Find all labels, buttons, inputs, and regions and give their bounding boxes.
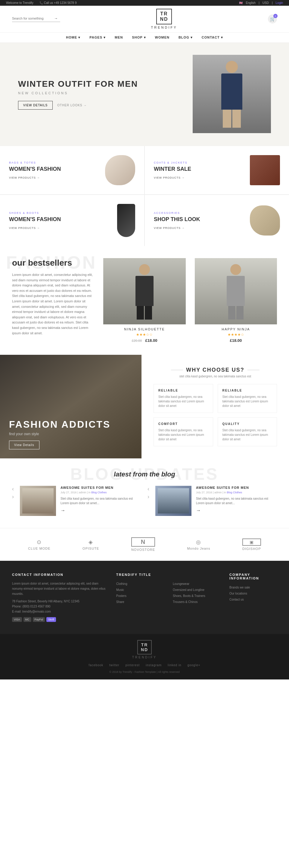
blog-post-1-category[interactable]: Blog Clothes bbox=[91, 491, 106, 494]
hero-other-looks-btn[interactable]: OTHER LOOKS → bbox=[57, 103, 87, 107]
blog-prev-2[interactable]: ‹ bbox=[148, 486, 149, 492]
fashion-addicts-section: FASHION ADDICTS find your own style View… bbox=[0, 355, 289, 458]
why-choose-title: WHY CHOOSE US? bbox=[186, 367, 245, 373]
footer-social-pinterest[interactable]: pinterest bbox=[126, 663, 140, 667]
category-bags-link[interactable]: VIEW PRODUCTS → bbox=[9, 176, 61, 179]
category-accessories: ACCESSORIES SHOP THIS LOOK VIEW PRODUCTS… bbox=[145, 195, 289, 246]
blog-prev-1[interactable]: ‹ bbox=[12, 486, 14, 492]
footer-link-share[interactable]: Share bbox=[116, 599, 164, 605]
search-bar[interactable]: → bbox=[12, 16, 60, 22]
footer-link-music[interactable]: Music bbox=[116, 587, 164, 593]
main-nav: HOME ▾ PAGES ▾ MEN SHOP ▾ WOMEN BLOG ▾ C… bbox=[0, 33, 289, 43]
category-accessories-text: ACCESSORIES SHOP THIS LOOK VIEW PRODUCTS… bbox=[154, 211, 200, 229]
mondojeans-icon: ◎ bbox=[187, 539, 210, 546]
footer-link-brands[interactable]: Brands we sale bbox=[229, 585, 277, 591]
hero-title: WINTER OUTFIT FOR MEN bbox=[18, 79, 144, 89]
category-accessories-link[interactable]: VIEW PRODUCTS → bbox=[154, 226, 200, 229]
nav-blog[interactable]: BLOG ▾ bbox=[179, 35, 193, 39]
phone-info: 📞 Call us +49 1234 5678 9 bbox=[39, 1, 77, 4]
product-price-1: £20.00 £18.00 bbox=[103, 338, 186, 343]
category-bags-img bbox=[105, 155, 135, 185]
blog-next-1[interactable]: › bbox=[12, 494, 14, 500]
footer-link-loungewear[interactable]: Loungewear bbox=[173, 581, 220, 587]
footer-link-shoes[interactable]: Shoes, Boots & Trainers bbox=[173, 593, 220, 599]
category-coats-title: WINTER SALE bbox=[154, 166, 191, 173]
hero-buttons: VIEW DETAILS OTHER LOOKS → bbox=[18, 101, 144, 110]
payment-skrill: Skrill bbox=[46, 617, 56, 622]
category-shoes-img bbox=[117, 204, 135, 237]
logo: TRND TRENDIFY bbox=[151, 9, 177, 29]
top-bar: Welcome to Trendify 📞 Call us +49 1234 5… bbox=[0, 0, 289, 6]
why-item-1: RELIABLE Stet clita kasd gubergren, no s… bbox=[154, 384, 213, 413]
nav-women[interactable]: WOMEN bbox=[155, 35, 169, 39]
search-input[interactable] bbox=[12, 17, 54, 20]
blog-post-2-category[interactable]: Blog Clothes bbox=[227, 491, 242, 494]
category-coats-link[interactable]: VIEW PRODUCTS → bbox=[154, 176, 191, 179]
product-name-1: NINJA SILHOUETTE bbox=[103, 328, 186, 331]
why-item-3-text: Stet clita kasd gubergren, no sea takima… bbox=[158, 428, 208, 441]
fashion-addicts-title: FASHION ADDICTS bbox=[9, 419, 132, 430]
blog-post-2-meta: July 27, 2016 | admin | in Blog Clothes bbox=[196, 491, 277, 494]
cart-badge: 0 bbox=[274, 14, 278, 18]
fashion-addicts-banner: FASHION ADDICTS find your own style View… bbox=[0, 355, 141, 458]
hero-view-details-btn[interactable]: VIEW DETAILS bbox=[18, 101, 53, 110]
footer-link-locations[interactable]: Our locations bbox=[229, 591, 277, 597]
cart-icon[interactable]: 🛒 0 bbox=[268, 14, 277, 24]
nav-home[interactable]: HOME ▾ bbox=[66, 35, 81, 39]
footer-social-twitter[interactable]: twitter bbox=[109, 663, 120, 667]
why-item-4-title: QUALITY bbox=[222, 422, 272, 426]
partner-novostore: N NOVOSTORE bbox=[131, 537, 155, 552]
footer-logo-text: TRENDIFY bbox=[132, 656, 157, 659]
footer-social-googleplus[interactable]: google+ bbox=[188, 663, 200, 667]
why-grid: RELIABLE Stet clita kasd gubergren, no s… bbox=[154, 384, 277, 446]
hero-section: WINTER OUTFIT FOR MEN NEW COLLECTIONS VI… bbox=[0, 43, 289, 146]
payment-icons: VISA MC PayPal Skrill bbox=[12, 617, 107, 622]
footer-contact-title: CONTACT INFORMATION bbox=[12, 573, 107, 577]
nav-men[interactable]: MEN bbox=[115, 35, 123, 39]
nav-shop[interactable]: SHOP ▾ bbox=[132, 35, 146, 39]
partners-section: ⊙ CLUE MODE ◈ OPISUTE N NOVOSTORE ◎ Mond… bbox=[0, 528, 289, 561]
why-item-1-text: Stet clita kasd gubergren, no sea takima… bbox=[158, 395, 208, 408]
category-bags-title: WOMEN'S FASHION bbox=[9, 166, 61, 173]
partner-opisute: ◈ OPISUTE bbox=[83, 539, 99, 550]
category-coats-img bbox=[250, 155, 280, 185]
footer-link-oversized[interactable]: Oversized and Longline bbox=[173, 587, 220, 593]
footer-social-facebook[interactable]: facebook bbox=[89, 663, 103, 667]
login-link[interactable]: Login bbox=[276, 1, 283, 4]
footer-link-clothing[interactable]: Clothing bbox=[116, 581, 164, 587]
category-coats-tag: COATS & JACKETS bbox=[154, 161, 191, 164]
blog-content-2: AWESOME SUITES FOR MEN July 27, 2016 | a… bbox=[196, 486, 277, 516]
why-item-2: RELIABLE Stet clita kasd gubergren, no s… bbox=[218, 384, 277, 413]
fashion-addicts-btn[interactable]: View Details bbox=[9, 441, 39, 450]
nav-pages[interactable]: PAGES ▾ bbox=[89, 35, 106, 39]
footer-link-posters[interactable]: Posters bbox=[116, 593, 164, 599]
footer-company-title: COMPANY INFORMATION bbox=[229, 573, 277, 580]
category-coats-text: COATS & JACKETS WINTER SALE VIEW PRODUCT… bbox=[154, 161, 191, 179]
novostore-icon: N bbox=[131, 537, 155, 547]
product-stars-2: ★★★★☆ bbox=[195, 333, 277, 337]
footer-bottom: TRND TRENDIFY facebook twitter pinterest… bbox=[0, 634, 289, 679]
footer-link-trousers[interactable]: Trousers & Chinos bbox=[173, 599, 220, 605]
footer-loungewear: . Loungewear Oversized and Longline Shoe… bbox=[173, 573, 220, 622]
blog-next-2[interactable]: › bbox=[148, 494, 149, 500]
why-choose-subtitle: stet clita kasd gubergren, no sea takima… bbox=[154, 375, 277, 378]
language-selector[interactable]: English bbox=[246, 1, 256, 4]
category-shoes: SHOES & BOOTS WOMEN'S FASHION VIEW PRODU… bbox=[0, 195, 144, 246]
footer-contact-email: E-mail: trendify@envato.com bbox=[12, 609, 107, 614]
blog-read-more-2[interactable]: → bbox=[196, 508, 277, 513]
why-item-4-text: Stet clita kasd gubergren, no sea takima… bbox=[222, 428, 272, 441]
hero-image bbox=[144, 55, 271, 134]
blog-post-2: ‹ › AWESOME SUITES FOR MEN July 27, 2016… bbox=[148, 486, 277, 516]
footer-copyright: © 2018 by Trendify - Fashion Template | … bbox=[12, 671, 277, 674]
blog-content-1: AWESOME SUITES FOR MEN July 27, 2016 | a… bbox=[61, 486, 141, 516]
currency-selector[interactable]: USD bbox=[262, 1, 269, 4]
nav-contact[interactable]: CONTACT ▾ bbox=[202, 35, 223, 39]
partner-digishop: ▣ DIGISHOP bbox=[242, 538, 261, 551]
category-shoes-link[interactable]: VIEW PRODUCTS → bbox=[9, 226, 61, 229]
blog-post-2-title: AWESOME SUITES FOR MEN bbox=[196, 486, 277, 489]
footer-social-instagram[interactable]: instagram bbox=[146, 663, 162, 667]
footer-link-contact[interactable]: Contact us bbox=[229, 597, 277, 603]
footer-social-linkedin[interactable]: linked in bbox=[168, 663, 182, 667]
blog-read-more-1[interactable]: → bbox=[61, 508, 141, 513]
blog-post-1-excerpt: Stet clita kasd gubergren, no sea takima… bbox=[61, 496, 141, 505]
